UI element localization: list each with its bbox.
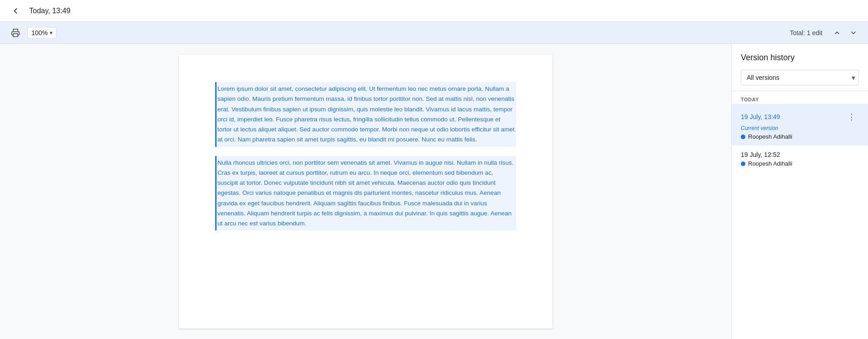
nav-up-button[interactable] (830, 26, 844, 40)
version-item-2-header: 19 July, 12:52 (741, 151, 859, 158)
svg-rect-0 (13, 33, 18, 37)
version-more-button-1[interactable]: ⋮ (844, 110, 859, 124)
date-section-today: TODAY (732, 91, 868, 104)
document-paragraph-2: Nulla rhoncus ultricies orci, non portti… (215, 156, 516, 231)
top-bar-title: Today, 13:49 (29, 7, 70, 15)
version-filter-select[interactable]: All versions Named versions (741, 70, 859, 85)
version-date-1: 19 July, 13:49 (741, 113, 780, 120)
version-user-1: Roopesh Adihalli (741, 133, 859, 140)
sidebar-title: Version history (741, 53, 859, 63)
version-item-1[interactable]: 19 July, 13:49 ⋮ Current version Roopesh… (732, 104, 868, 146)
zoom-value: 100% (31, 29, 48, 37)
user-dot-2 (741, 162, 745, 166)
top-bar: Today, 13:49 (0, 0, 868, 22)
sidebar-header: Version history All versions Named versi… (732, 44, 868, 91)
version-username-1: Roopesh Adihalli (748, 133, 792, 140)
document-page: Lorem ipsum dolor sit amet, consectetur … (179, 55, 553, 329)
user-dot-1 (741, 135, 745, 139)
print-button[interactable] (7, 25, 24, 41)
total-edit-label: Total: 1 edit (790, 29, 822, 37)
chevron-up-icon (833, 29, 841, 37)
version-history-sidebar: Version history All versions Named versi… (731, 44, 868, 339)
version-date-2: 19 July, 12:52 (741, 151, 780, 158)
sidebar-content[interactable]: TODAY 19 July, 13:49 ⋮ Current version R… (732, 91, 868, 339)
nav-arrows (830, 26, 861, 40)
version-item-2[interactable]: 19 July, 12:52 Roopesh Adihalli (732, 146, 868, 172)
zoom-control[interactable]: 100% ▾ (27, 27, 57, 39)
version-item-1-header: 19 July, 13:49 ⋮ (741, 110, 859, 124)
version-filter[interactable]: All versions Named versions ▾ (741, 70, 859, 85)
back-icon (11, 6, 20, 16)
version-username-2: Roopesh Adihalli (748, 160, 792, 167)
toolbar: 100% ▾ Total: 1 edit (0, 22, 868, 44)
document-area[interactable]: Lorem ipsum dolor sit amet, consectetur … (0, 44, 731, 339)
document-paragraph-1: Lorem ipsum dolor sit amet, consectetur … (215, 82, 516, 147)
nav-down-button[interactable] (846, 26, 861, 40)
print-icon (11, 28, 20, 37)
zoom-dropdown-icon: ▾ (50, 30, 52, 36)
chevron-down-icon (850, 29, 857, 37)
main-area: Lorem ipsum dolor sit amet, consectetur … (0, 44, 868, 339)
back-button[interactable] (7, 3, 24, 19)
version-user-2: Roopesh Adihalli (741, 160, 859, 167)
version-label-1: Current version (741, 125, 859, 131)
